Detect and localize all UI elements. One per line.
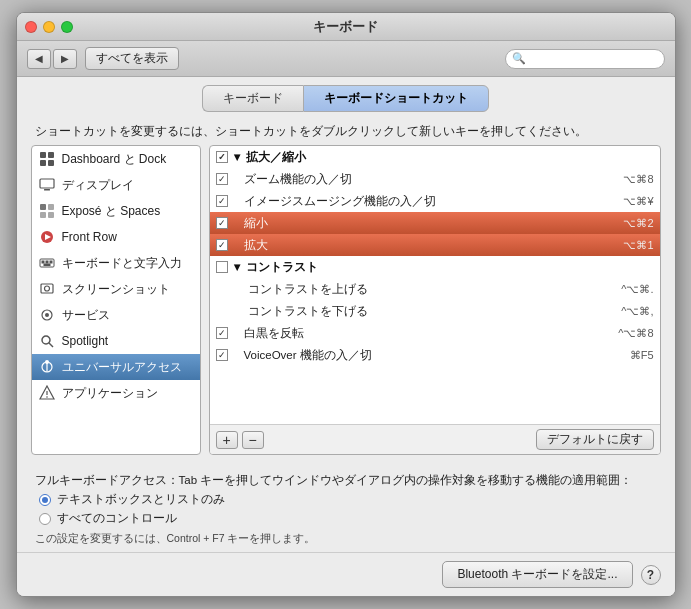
- svg-rect-14: [46, 261, 48, 263]
- svg-rect-15: [50, 261, 52, 263]
- sidebar-item-keyboard-text[interactable]: キーボードと文字入力: [32, 250, 200, 276]
- contrast-section-header[interactable]: ▼ コントラスト: [210, 256, 660, 278]
- show-all-button[interactable]: すべてを表示: [85, 47, 179, 70]
- sidebar-item-dashboard-dock[interactable]: Dashboard と Dock: [32, 146, 200, 172]
- shortcut-row-zoom-in[interactable]: 拡大 ⌥⌘1: [210, 234, 660, 256]
- sidebar-label-universal-access: ユニバーサルアクセス: [62, 359, 182, 376]
- access-section: フルキーボードアクセス：Tab キーを押してウインドウやダイアログ内の操作対象を…: [17, 465, 675, 552]
- universal-icon: [38, 358, 56, 376]
- sidebar-label-display: ディスプレイ: [62, 177, 134, 194]
- nav-buttons: ◀ ▶: [27, 49, 77, 69]
- svg-rect-9: [48, 212, 54, 218]
- tabs-row: キーボード キーボードショートカット: [17, 77, 675, 116]
- keyboard-icon: [38, 254, 56, 272]
- contrast-section-checkbox[interactable]: [216, 261, 228, 273]
- sidebar-item-screenshot[interactable]: スクリーンショット: [32, 276, 200, 302]
- default-button[interactable]: デフォルトに戻す: [536, 429, 654, 450]
- sidebar-label-applications: アプリケーション: [62, 385, 158, 402]
- shortcut-row-zoom-out[interactable]: 縮小 ⌥⌘2: [210, 212, 660, 234]
- smoothing-checkbox[interactable]: [216, 195, 228, 207]
- add-shortcut-button[interactable]: +: [216, 431, 238, 449]
- svg-rect-8: [40, 212, 46, 218]
- bottom-bar: Bluetooth キーボードを設定... ?: [17, 552, 675, 596]
- sidebar-item-services[interactable]: サービス: [32, 302, 200, 328]
- contrast-down-label: コントラストを下げる: [236, 304, 618, 319]
- sidebar-label-dashboard-dock: Dashboard と Dock: [62, 151, 167, 168]
- sidebar-label-screenshot: スクリーンショット: [62, 281, 170, 298]
- svg-rect-16: [44, 264, 50, 266]
- shortcut-row-voiceover[interactable]: VoiceOver 機能の入／切 ⌘F5: [210, 344, 660, 366]
- zoom-in-key: ⌥⌘1: [623, 239, 653, 252]
- shortcut-row-contrast-up[interactable]: コントラストを上げる ^⌥⌘.: [210, 278, 660, 300]
- sidebar-item-display[interactable]: ディスプレイ: [32, 172, 200, 198]
- shortcut-row-contrast-down[interactable]: コントラストを下げる ^⌥⌘,: [210, 300, 660, 322]
- window-title: キーボード: [313, 18, 378, 36]
- zoom-in-checkbox[interactable]: [216, 239, 228, 251]
- grid-icon: [38, 150, 56, 168]
- svg-point-28: [46, 396, 48, 398]
- zoom-out-checkbox[interactable]: [216, 217, 228, 229]
- svg-rect-13: [42, 261, 44, 263]
- main-content: Dashboard と Dock ディスプレイ Exposé と Spaces: [17, 145, 675, 465]
- radio-all-controls-label: すべてのコントロール: [57, 511, 177, 526]
- invert-checkbox[interactable]: [216, 327, 228, 339]
- forward-button[interactable]: ▶: [53, 49, 77, 69]
- sidebar-item-spotlight[interactable]: Spotlight: [32, 328, 200, 354]
- back-button[interactable]: ◀: [27, 49, 51, 69]
- radio-text-list[interactable]: [39, 494, 51, 506]
- shortcut-row-smoothing[interactable]: イメージスムージング機能の入／切 ⌥⌘¥: [210, 190, 660, 212]
- sidebar-item-universal-access[interactable]: ユニバーサルアクセス: [32, 354, 200, 380]
- voiceover-label: VoiceOver 機能の入／切: [232, 348, 626, 363]
- minimize-button[interactable]: [43, 21, 55, 33]
- expose-icon: [38, 202, 56, 220]
- svg-point-18: [44, 286, 49, 291]
- close-button[interactable]: [25, 21, 37, 33]
- svg-line-22: [49, 343, 53, 347]
- voiceover-key: ⌘F5: [630, 349, 654, 362]
- svg-point-21: [42, 336, 50, 344]
- zoom-toggle-label: ズーム機能の入／切: [232, 172, 620, 187]
- zoom-in-label: 拡大: [232, 238, 620, 253]
- svg-rect-17: [41, 284, 53, 293]
- radio-text-list-label: テキストボックスとリストのみ: [57, 492, 225, 507]
- access-note: この設定を変更するには、Control + F7 キーを押します。: [35, 532, 657, 546]
- tab-keyboard[interactable]: キーボード: [202, 85, 303, 112]
- front-row-icon: [38, 228, 56, 246]
- zoom-out-label: 縮小: [232, 216, 620, 231]
- sidebar-label-keyboard-text: キーボードと文字入力: [62, 255, 182, 272]
- remove-shortcut-button[interactable]: −: [242, 431, 264, 449]
- zoom-toggle-key: ⌥⌘8: [623, 173, 653, 186]
- zoom-section-checkbox[interactable]: [216, 151, 228, 163]
- maximize-button[interactable]: [61, 21, 73, 33]
- smoothing-key: ⌥⌘¥: [623, 195, 653, 208]
- invert-label: 白黒を反転: [232, 326, 615, 341]
- traffic-lights: [25, 21, 73, 33]
- radio-item-all-controls[interactable]: すべてのコントロール: [39, 511, 657, 526]
- search-icon: 🔍: [512, 52, 526, 65]
- access-label: フルキーボードアクセス：Tab キーを押してウインドウやダイアログ内の操作対象を…: [35, 473, 657, 488]
- panel-footer: + − デフォルトに戻す: [210, 424, 660, 454]
- shortcut-panel: ▼ 拡大／縮小 ズーム機能の入／切 ⌥⌘8 イメージスムージング機能の入／切 ⌥…: [209, 145, 661, 455]
- zoom-toggle-checkbox[interactable]: [216, 173, 228, 185]
- sidebar-item-front-row[interactable]: Front Row: [32, 224, 200, 250]
- voiceover-checkbox[interactable]: [216, 349, 228, 361]
- sidebar-item-applications[interactable]: アプリケーション: [32, 380, 200, 406]
- svg-rect-1: [48, 152, 54, 158]
- radio-item-text-list[interactable]: テキストボックスとリストのみ: [39, 492, 657, 507]
- keyboard-preferences-window: キーボード ◀ ▶ すべてを表示 🔍 キーボード キーボードショートカット ショ…: [16, 12, 676, 597]
- shortcut-table: ▼ 拡大／縮小 ズーム機能の入／切 ⌥⌘8 イメージスムージング機能の入／切 ⌥…: [210, 146, 660, 424]
- tab-shortcuts[interactable]: キーボードショートカット: [303, 85, 489, 112]
- bluetooth-button[interactable]: Bluetooth キーボードを設定...: [442, 561, 632, 588]
- svg-rect-3: [48, 160, 54, 166]
- svg-rect-5: [44, 189, 50, 191]
- radio-all-controls[interactable]: [39, 513, 51, 525]
- sidebar-item-expose-spaces[interactable]: Exposé と Spaces: [32, 198, 200, 224]
- help-button[interactable]: ?: [641, 565, 661, 585]
- search-input[interactable]: [530, 52, 658, 66]
- shortcut-row-invert[interactable]: 白黒を反転 ^⌥⌘8: [210, 322, 660, 344]
- apps-icon: [38, 384, 56, 402]
- zoom-section-header[interactable]: ▼ 拡大／縮小: [210, 146, 660, 168]
- shortcut-row-zoom-toggle[interactable]: ズーム機能の入／切 ⌥⌘8: [210, 168, 660, 190]
- zoom-section-label: ▼ 拡大／縮小: [232, 150, 654, 165]
- svg-rect-4: [40, 179, 54, 188]
